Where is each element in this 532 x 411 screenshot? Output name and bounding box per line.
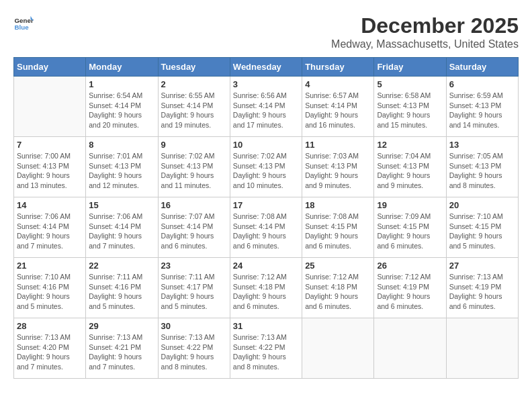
- day-info: Sunrise: 6:57 AM Sunset: 4:14 PM Dayligh…: [305, 91, 371, 130]
- calendar-week-row: 1Sunrise: 6:54 AM Sunset: 4:14 PM Daylig…: [14, 77, 519, 137]
- calendar-week-row: 7Sunrise: 7:00 AM Sunset: 4:13 PM Daylig…: [14, 137, 519, 197]
- calendar-day-cell: 29Sunrise: 7:13 AM Sunset: 4:21 PM Dayli…: [86, 318, 158, 379]
- calendar-week-row: 21Sunrise: 7:10 AM Sunset: 4:16 PM Dayli…: [14, 258, 519, 318]
- day-number: 1: [89, 79, 154, 89]
- day-number: 6: [449, 79, 515, 89]
- calendar-day-cell: 14Sunrise: 7:06 AM Sunset: 4:14 PM Dayli…: [14, 197, 86, 258]
- day-number: 30: [161, 321, 227, 331]
- calendar-day-cell: 12Sunrise: 7:04 AM Sunset: 4:13 PM Dayli…: [374, 137, 446, 197]
- calendar-day-cell: 10Sunrise: 7:02 AM Sunset: 4:13 PM Dayli…: [230, 137, 302, 197]
- day-number: 10: [233, 140, 299, 150]
- day-number: 26: [377, 261, 443, 271]
- calendar-header-monday: Monday: [86, 58, 158, 77]
- day-info: Sunrise: 7:07 AM Sunset: 4:14 PM Dayligh…: [161, 212, 227, 251]
- day-number: 3: [233, 79, 299, 89]
- day-info: Sunrise: 7:09 AM Sunset: 4:15 PM Dayligh…: [377, 212, 443, 251]
- calendar-day-cell: 13Sunrise: 7:05 AM Sunset: 4:13 PM Dayli…: [446, 137, 518, 197]
- day-number: 25: [305, 261, 371, 271]
- day-number: 2: [161, 79, 227, 89]
- day-number: 9: [161, 140, 227, 150]
- calendar-header-sunday: Sunday: [14, 58, 86, 77]
- day-info: Sunrise: 6:56 AM Sunset: 4:14 PM Dayligh…: [233, 91, 299, 130]
- day-number: 22: [89, 261, 154, 271]
- day-info: Sunrise: 7:13 AM Sunset: 4:21 PM Dayligh…: [89, 332, 154, 372]
- calendar-day-cell: 8Sunrise: 7:01 AM Sunset: 4:13 PM Daylig…: [86, 137, 158, 197]
- day-info: Sunrise: 7:01 AM Sunset: 4:13 PM Dayligh…: [89, 151, 154, 191]
- day-info: Sunrise: 7:11 AM Sunset: 4:17 PM Dayligh…: [161, 272, 227, 312]
- calendar-day-cell: 31Sunrise: 7:13 AM Sunset: 4:22 PM Dayli…: [230, 318, 302, 379]
- calendar-day-cell: 15Sunrise: 7:06 AM Sunset: 4:14 PM Dayli…: [86, 197, 158, 258]
- logo: General Blue: [13, 13, 34, 34]
- day-info: Sunrise: 7:05 AM Sunset: 4:13 PM Dayligh…: [449, 151, 515, 191]
- logo-icon: General Blue: [13, 13, 34, 34]
- calendar-day-cell: 22Sunrise: 7:11 AM Sunset: 4:16 PM Dayli…: [86, 258, 158, 318]
- calendar-day-cell: 2Sunrise: 6:55 AM Sunset: 4:14 PM Daylig…: [158, 77, 230, 137]
- calendar-day-cell: [446, 318, 518, 379]
- day-info: Sunrise: 7:08 AM Sunset: 4:14 PM Dayligh…: [233, 212, 299, 251]
- day-number: 14: [17, 200, 83, 210]
- page-title: December 2025: [331, 13, 519, 38]
- day-info: Sunrise: 7:10 AM Sunset: 4:15 PM Dayligh…: [449, 212, 515, 251]
- day-info: Sunrise: 7:13 AM Sunset: 4:19 PM Dayligh…: [449, 272, 515, 312]
- day-number: 17: [233, 200, 299, 210]
- calendar-day-cell: 1Sunrise: 6:54 AM Sunset: 4:14 PM Daylig…: [86, 77, 158, 137]
- day-info: Sunrise: 7:13 AM Sunset: 4:22 PM Dayligh…: [233, 332, 299, 372]
- calendar-day-cell: 16Sunrise: 7:07 AM Sunset: 4:14 PM Dayli…: [158, 197, 230, 258]
- calendar-day-cell: 28Sunrise: 7:13 AM Sunset: 4:20 PM Dayli…: [14, 318, 86, 379]
- day-info: Sunrise: 7:11 AM Sunset: 4:16 PM Dayligh…: [89, 272, 154, 312]
- calendar-day-cell: 19Sunrise: 7:09 AM Sunset: 4:15 PM Dayli…: [374, 197, 446, 258]
- day-info: Sunrise: 7:13 AM Sunset: 4:22 PM Dayligh…: [161, 332, 227, 372]
- day-info: Sunrise: 7:08 AM Sunset: 4:15 PM Dayligh…: [305, 212, 371, 251]
- calendar-day-cell: [14, 77, 86, 137]
- day-info: Sunrise: 7:00 AM Sunset: 4:13 PM Dayligh…: [17, 151, 83, 191]
- calendar-day-cell: [302, 318, 374, 379]
- day-number: 24: [233, 261, 299, 271]
- page-subtitle: Medway, Massachusetts, United States: [331, 38, 519, 50]
- day-number: 18: [305, 200, 371, 210]
- header: General Blue December 2025 Medway, Massa…: [13, 13, 519, 50]
- day-info: Sunrise: 7:02 AM Sunset: 4:13 PM Dayligh…: [161, 151, 227, 191]
- calendar-day-cell: 27Sunrise: 7:13 AM Sunset: 4:19 PM Dayli…: [446, 258, 518, 318]
- day-info: Sunrise: 7:12 AM Sunset: 4:18 PM Dayligh…: [233, 272, 299, 312]
- calendar-day-cell: 30Sunrise: 7:13 AM Sunset: 4:22 PM Dayli…: [158, 318, 230, 379]
- day-info: Sunrise: 6:54 AM Sunset: 4:14 PM Dayligh…: [89, 91, 154, 130]
- day-number: 23: [161, 261, 227, 271]
- calendar-day-cell: 21Sunrise: 7:10 AM Sunset: 4:16 PM Dayli…: [14, 258, 86, 318]
- calendar-day-cell: 5Sunrise: 6:58 AM Sunset: 4:13 PM Daylig…: [374, 77, 446, 137]
- day-number: 31: [233, 321, 299, 331]
- calendar-day-cell: 24Sunrise: 7:12 AM Sunset: 4:18 PM Dayli…: [230, 258, 302, 318]
- day-info: Sunrise: 7:13 AM Sunset: 4:20 PM Dayligh…: [17, 332, 83, 372]
- calendar-day-cell: [374, 318, 446, 379]
- calendar-header-row: SundayMondayTuesdayWednesdayThursdayFrid…: [14, 58, 519, 77]
- title-area: December 2025 Medway, Massachusetts, Uni…: [331, 13, 519, 50]
- day-number: 5: [377, 79, 443, 89]
- day-info: Sunrise: 6:55 AM Sunset: 4:14 PM Dayligh…: [161, 91, 227, 130]
- calendar-day-cell: 18Sunrise: 7:08 AM Sunset: 4:15 PM Dayli…: [302, 197, 374, 258]
- day-info: Sunrise: 7:02 AM Sunset: 4:13 PM Dayligh…: [233, 151, 299, 191]
- day-info: Sunrise: 7:06 AM Sunset: 4:14 PM Dayligh…: [89, 212, 154, 251]
- calendar-day-cell: 4Sunrise: 6:57 AM Sunset: 4:14 PM Daylig…: [302, 77, 374, 137]
- day-number: 12: [377, 140, 443, 150]
- day-info: Sunrise: 6:59 AM Sunset: 4:13 PM Dayligh…: [449, 91, 515, 130]
- calendar-day-cell: 23Sunrise: 7:11 AM Sunset: 4:17 PM Dayli…: [158, 258, 230, 318]
- day-number: 28: [17, 321, 83, 331]
- calendar-week-row: 28Sunrise: 7:13 AM Sunset: 4:20 PM Dayli…: [14, 318, 519, 379]
- day-number: 13: [449, 140, 515, 150]
- day-number: 19: [377, 200, 443, 210]
- day-number: 27: [449, 261, 515, 271]
- day-info: Sunrise: 7:03 AM Sunset: 4:13 PM Dayligh…: [305, 151, 371, 191]
- day-info: Sunrise: 6:58 AM Sunset: 4:13 PM Dayligh…: [377, 91, 443, 130]
- day-number: 21: [17, 261, 83, 271]
- calendar-day-cell: 11Sunrise: 7:03 AM Sunset: 4:13 PM Dayli…: [302, 137, 374, 197]
- day-info: Sunrise: 7:04 AM Sunset: 4:13 PM Dayligh…: [377, 151, 443, 191]
- calendar-header-saturday: Saturday: [446, 58, 518, 77]
- day-number: 8: [89, 140, 154, 150]
- day-info: Sunrise: 7:12 AM Sunset: 4:18 PM Dayligh…: [305, 272, 371, 312]
- calendar-header-thursday: Thursday: [302, 58, 374, 77]
- calendar-day-cell: 25Sunrise: 7:12 AM Sunset: 4:18 PM Dayli…: [302, 258, 374, 318]
- day-number: 20: [449, 200, 515, 210]
- day-number: 29: [89, 321, 154, 331]
- day-number: 16: [161, 200, 227, 210]
- calendar-day-cell: 7Sunrise: 7:00 AM Sunset: 4:13 PM Daylig…: [14, 137, 86, 197]
- calendar-day-cell: 20Sunrise: 7:10 AM Sunset: 4:15 PM Dayli…: [446, 197, 518, 258]
